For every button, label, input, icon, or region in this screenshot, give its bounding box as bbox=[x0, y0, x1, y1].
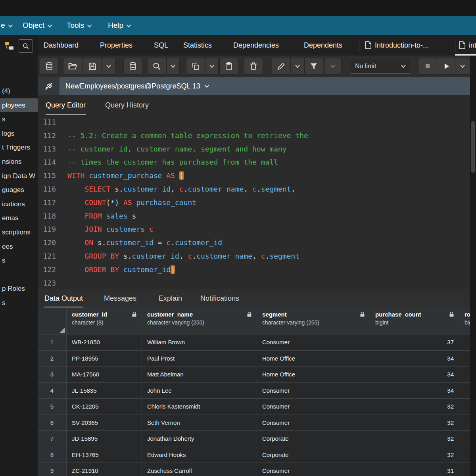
tree-item[interactable]: ployees bbox=[0, 98, 38, 113]
tab-dependents[interactable]: Dependents bbox=[304, 35, 342, 56]
edit-button[interactable] bbox=[272, 58, 291, 75]
table-cell[interactable]: John Lee bbox=[142, 383, 257, 399]
table-cell[interactable]: 37 bbox=[370, 334, 459, 351]
table-cell[interactable]: Seth Vernon bbox=[142, 415, 257, 431]
row-number[interactable]: 8 bbox=[38, 447, 67, 463]
table-cell[interactable]: 32 bbox=[370, 415, 459, 431]
save-file-button[interactable] bbox=[83, 58, 102, 75]
execute-query-button[interactable] bbox=[437, 58, 456, 75]
table-cell[interactable]: MA-17560 bbox=[67, 367, 142, 383]
menu-file[interactable]: e bbox=[1, 16, 13, 35]
table-cell[interactable]: EH-13765 bbox=[67, 447, 142, 463]
grid-column-header[interactable]: segmentcharacter varying (255) bbox=[257, 307, 370, 334]
tab-sql[interactable]: SQL bbox=[154, 35, 168, 56]
table-cell[interactable]: 32 bbox=[370, 399, 459, 415]
save-options-dropdown[interactable] bbox=[102, 58, 115, 75]
table-cell[interactable]: Matt Abelman bbox=[142, 367, 257, 383]
table-cell[interactable]: JL-15835 bbox=[67, 383, 142, 399]
find-options-dropdown[interactable] bbox=[166, 58, 180, 75]
table-cell[interactable]: 32 bbox=[370, 447, 459, 463]
tab-data-output[interactable]: Data Output bbox=[44, 289, 83, 308]
connection-bar[interactable]: NewEmployees/postgres@PostgreSQL 13 bbox=[38, 77, 476, 95]
tab-notifications[interactable]: Notifications bbox=[200, 289, 239, 308]
filter-button[interactable] bbox=[304, 58, 323, 75]
sql-editor[interactable]: 111112-- 5.2: Create a common table expr… bbox=[38, 115, 476, 289]
table-cell[interactable]: Jonathan Doherty bbox=[142, 431, 257, 447]
macros-button[interactable] bbox=[40, 58, 59, 75]
menu-help[interactable]: Help bbox=[108, 16, 131, 35]
table-cell[interactable]: Paul Prost bbox=[142, 351, 257, 367]
table-cell[interactable]: PP-18955 bbox=[67, 351, 142, 367]
tab-query-tool-introduction[interactable]: Introduction-to-... bbox=[365, 35, 429, 56]
row-number[interactable]: 2 bbox=[38, 351, 67, 367]
menu-object[interactable]: Object bbox=[23, 16, 52, 35]
tree-item[interactable]: nsions bbox=[0, 155, 38, 169]
paste-button[interactable] bbox=[219, 58, 238, 75]
table-cell[interactable]: Home Office bbox=[257, 367, 370, 383]
tree-item[interactable]: ees bbox=[0, 240, 38, 254]
table-cell[interactable]: Consumer bbox=[257, 463, 370, 476]
tree-item[interactable]: ications bbox=[0, 197, 38, 211]
table-cell[interactable]: Corporate bbox=[257, 431, 370, 447]
row-number[interactable]: 4 bbox=[38, 383, 67, 399]
tab-statistics[interactable]: Statistics bbox=[183, 35, 212, 56]
tree-item[interactable]: logs bbox=[0, 127, 38, 141]
table-cell[interactable]: Consumer bbox=[257, 334, 370, 351]
table-cell[interactable]: 32 bbox=[370, 431, 459, 447]
stop-query-button[interactable] bbox=[418, 58, 437, 75]
tab-query-history[interactable]: Query History bbox=[105, 95, 149, 115]
tab-explain[interactable]: Explain bbox=[159, 289, 182, 308]
table-cell[interactable]: Chloris Kastensmidt bbox=[142, 399, 257, 415]
tab-dashboard[interactable]: Dashboard bbox=[44, 35, 79, 56]
table-cell[interactable]: SV-20365 bbox=[67, 415, 142, 431]
table-cell[interactable]: Zuschuss Carroll bbox=[142, 463, 257, 476]
table-cell[interactable]: 34 bbox=[370, 383, 459, 399]
tree-item[interactable]: ign Data W bbox=[0, 169, 38, 183]
grid-column-header[interactable]: purchase_countbigint bbox=[370, 307, 459, 334]
tree-item[interactable]: emas bbox=[0, 211, 38, 225]
table-cell[interactable]: Corporate bbox=[257, 447, 370, 463]
tree-item[interactable]: guages bbox=[0, 183, 38, 197]
tab-query-tool-active[interactable]: int bbox=[459, 35, 476, 56]
table-cell[interactable]: Consumer bbox=[257, 399, 370, 415]
find-button[interactable] bbox=[147, 58, 166, 75]
table-cell[interactable]: 34 bbox=[370, 351, 459, 367]
row-number[interactable]: 5 bbox=[38, 399, 67, 415]
grid-column-header[interactable]: customer_idcharacter (8) bbox=[67, 307, 142, 334]
row-number[interactable]: 6 bbox=[38, 415, 67, 431]
tab-properties[interactable]: Properties bbox=[100, 35, 132, 56]
tree-item[interactable]: (4) bbox=[0, 84, 38, 98]
table-cell[interactable]: Home Office bbox=[257, 351, 370, 367]
grid-column-header[interactable]: customer_namecharacter varying (255) bbox=[142, 307, 257, 334]
table-cell[interactable]: ZC-21910 bbox=[67, 463, 142, 476]
object-explorer-tree-button[interactable] bbox=[2, 39, 17, 53]
scrollbar-thumb[interactable] bbox=[471, 121, 475, 173]
table-cell[interactable]: 31 bbox=[370, 463, 459, 476]
copy-button[interactable] bbox=[186, 58, 205, 75]
copy-options-dropdown[interactable] bbox=[205, 58, 219, 75]
delete-button[interactable] bbox=[244, 58, 263, 75]
table-cell[interactable]: WB-21850 bbox=[67, 334, 142, 351]
table-cell[interactable]: Edward Hooks bbox=[142, 447, 257, 463]
table-cell[interactable]: CK-12205 bbox=[67, 399, 142, 415]
row-limit-select[interactable]: No limit bbox=[350, 59, 411, 74]
tree-item[interactable]: scriptions bbox=[0, 225, 38, 240]
table-cell[interactable]: 34 bbox=[370, 367, 459, 383]
open-file-button[interactable] bbox=[63, 58, 82, 75]
table-cell[interactable]: Consumer bbox=[257, 415, 370, 431]
object-search-button[interactable] bbox=[19, 39, 33, 53]
tree-item[interactable]: s bbox=[0, 253, 38, 268]
filter-options-dropdown[interactable] bbox=[324, 58, 342, 75]
table-cell[interactable]: JD-15895 bbox=[67, 431, 142, 447]
tab-query-editor[interactable]: Query Editor bbox=[46, 95, 86, 115]
menu-tools[interactable]: Tools bbox=[67, 16, 92, 35]
tree-item[interactable]: s bbox=[0, 296, 38, 310]
table-cell[interactable]: Consumer bbox=[257, 383, 370, 399]
tree-item[interactable]: s bbox=[0, 112, 38, 127]
row-number[interactable]: 3 bbox=[38, 367, 67, 383]
row-number[interactable]: 7 bbox=[38, 431, 67, 447]
tree-item[interactable]: t Triggers bbox=[0, 140, 38, 155]
save-data-button[interactable] bbox=[123, 58, 142, 75]
grid-select-all-corner[interactable] bbox=[38, 307, 67, 334]
edit-options-dropdown[interactable] bbox=[291, 58, 304, 75]
